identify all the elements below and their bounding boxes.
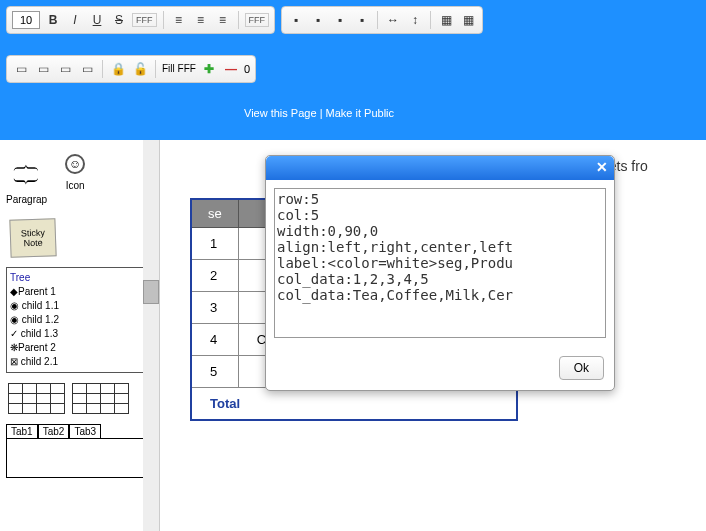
tab-thumb: Tab2 (38, 424, 70, 438)
sidebar-scrollbar[interactable] (143, 140, 159, 531)
remove-button[interactable]: — (222, 60, 240, 78)
align-center-button[interactable]: ≡ (192, 11, 210, 29)
add-button[interactable]: ✚ (200, 60, 218, 78)
strike-button[interactable]: S (110, 11, 128, 29)
align-bottom-button[interactable]: ▪ (287, 11, 305, 29)
table-total-row: Total (191, 388, 517, 421)
send-back-button[interactable]: ▭ (78, 60, 96, 78)
bold-button[interactable]: B (44, 11, 62, 29)
bring-forward-button[interactable]: ▭ (34, 60, 52, 78)
text-color-swatch[interactable]: FFF (132, 13, 157, 27)
align-left-button[interactable]: ≡ (170, 11, 188, 29)
icon-label: Icon (65, 180, 85, 191)
send-backward-button[interactable]: ▭ (56, 60, 74, 78)
tree-item: ⊠ child 2.1 (10, 355, 149, 369)
align-right-button[interactable]: ≡ (214, 11, 232, 29)
bg-color-swatch[interactable]: FFF (245, 13, 270, 27)
dialog-header[interactable]: ✕ (266, 156, 614, 180)
tree-widget[interactable]: Tree ◆Parent 1 ◉ child 1.1 ◉ child 1.2 ✓… (6, 267, 153, 373)
grid-widget[interactable] (72, 383, 129, 414)
edit-dialog: ✕ Ok (265, 155, 615, 391)
smiley-icon: ☺ (65, 154, 85, 174)
italic-button[interactable]: I (66, 11, 84, 29)
tree-item: ✓ child 1.3 (10, 327, 149, 341)
lock-button[interactable]: 🔒 (109, 60, 127, 78)
paragraph-label: Paragrap (6, 194, 47, 205)
close-icon[interactable]: ✕ (596, 159, 608, 175)
stretch-h-button[interactable]: ↔ (384, 11, 402, 29)
tab-thumb: Tab1 (6, 424, 38, 438)
brace-icon: ︷︸ (6, 154, 47, 194)
unlock-button[interactable]: 🔓 (131, 60, 149, 78)
top-toolbar: B I U S FFF ≡ ≡ ≡ FFF ▪ ▪ ▪ ▪ ↔ ↕ ▦ ▦ ▭ … (0, 0, 706, 140)
underline-button[interactable]: U (88, 11, 106, 29)
tree-title: Tree (10, 271, 149, 285)
text-format-group: B I U S FFF ≡ ≡ ≡ FFF (6, 6, 275, 34)
align-top-button[interactable]: ▪ (331, 11, 349, 29)
tabs-content-thumb (6, 438, 151, 478)
ok-button[interactable]: Ok (559, 356, 604, 380)
icon-widget[interactable]: ☺ Icon (65, 154, 85, 205)
tab-thumb: Tab3 (69, 424, 101, 438)
grid-widget[interactable] (8, 383, 65, 414)
page-links: View this Page | Make it Public (6, 107, 700, 119)
paragraph-widget[interactable]: ︷︸ Paragrap (6, 154, 47, 205)
align-middle-button[interactable]: ▪ (309, 11, 327, 29)
tree-item: ◉ child 1.2 (10, 313, 149, 327)
stretch-v-button[interactable]: ↕ (406, 11, 424, 29)
widget-sidebar: ︷︸ Paragrap ☺ Icon Sticky Note Tree ◆Par… (0, 140, 160, 531)
sticky-note-widget[interactable]: Sticky Note (9, 218, 56, 258)
align-distribute-group: ▪ ▪ ▪ ▪ ↔ ↕ ▦ ▦ (281, 6, 483, 34)
font-size-input[interactable] (12, 11, 40, 29)
table-header: se (191, 199, 238, 228)
make-public-link[interactable]: Make it Public (326, 107, 394, 119)
count-label: 0 (244, 63, 250, 75)
group-button[interactable]: ▦ (437, 11, 455, 29)
tree-item: ❋Parent 2 (10, 341, 149, 355)
dialog-textarea[interactable] (274, 188, 606, 338)
fill-label: Fill FFF (162, 63, 196, 74)
tree-item: ◉ child 1.1 (10, 299, 149, 313)
tree-item: ◆Parent 1 (10, 285, 149, 299)
tabs-widget[interactable]: Tab1 Tab2 Tab3 (6, 424, 153, 438)
bring-front-button[interactable]: ▭ (12, 60, 30, 78)
align-v-button[interactable]: ▪ (353, 11, 371, 29)
grid-widgets (6, 381, 153, 418)
view-page-link[interactable]: View this Page (244, 107, 317, 119)
ungroup-button[interactable]: ▦ (459, 11, 477, 29)
layer-group: ▭ ▭ ▭ ▭ 🔒 🔓 Fill FFF ✚ — 0 (6, 55, 256, 83)
